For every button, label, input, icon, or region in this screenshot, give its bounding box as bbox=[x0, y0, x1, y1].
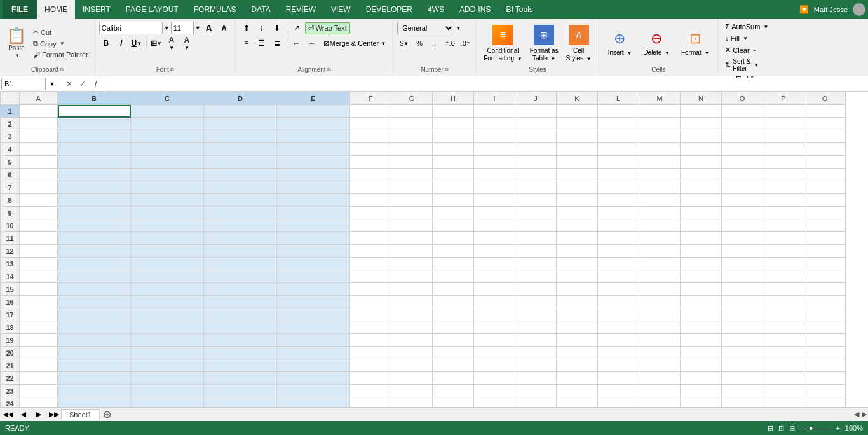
cell-L15[interactable] bbox=[598, 283, 639, 296]
cell-E10[interactable] bbox=[277, 219, 350, 232]
cell-H22[interactable] bbox=[433, 372, 474, 385]
percent-button[interactable]: % bbox=[412, 37, 426, 50]
cell-F20[interactable] bbox=[350, 347, 391, 359]
cell-J22[interactable] bbox=[515, 372, 557, 385]
paste-button[interactable]: 📋 Paste ▼ bbox=[4, 23, 29, 64]
cell-J21[interactable] bbox=[515, 359, 557, 372]
row-header-22[interactable]: 22 bbox=[1, 372, 20, 385]
cell-L2[interactable] bbox=[598, 118, 639, 130]
cell-H10[interactable] bbox=[433, 219, 474, 232]
number-format-select[interactable]: General bbox=[397, 22, 454, 34]
bold-button[interactable]: B bbox=[99, 37, 113, 50]
cell-D2[interactable] bbox=[204, 118, 277, 130]
cell-O6[interactable] bbox=[722, 169, 763, 181]
tab-data[interactable]: DATA bbox=[243, 0, 278, 19]
cell-D16[interactable] bbox=[204, 296, 277, 308]
cell-C23[interactable] bbox=[131, 385, 204, 397]
tab-insert[interactable]: INSERT bbox=[75, 0, 118, 19]
view-page-break-btn[interactable]: ⊞ bbox=[789, 424, 795, 432]
cell-C13[interactable] bbox=[131, 258, 204, 270]
cell-K6[interactable] bbox=[557, 169, 598, 181]
cell-G4[interactable] bbox=[391, 143, 433, 156]
cell-I11[interactable] bbox=[474, 232, 515, 245]
cell-I16[interactable] bbox=[474, 296, 515, 308]
cell-Q3[interactable] bbox=[804, 130, 846, 143]
cut-button[interactable]: ✂ Cut bbox=[31, 27, 91, 38]
tab-add-ins[interactable]: ADD-INS bbox=[452, 0, 498, 19]
cell-P19[interactable] bbox=[763, 334, 804, 347]
cell-D3[interactable] bbox=[204, 130, 277, 143]
cell-H24[interactable] bbox=[433, 397, 474, 408]
cell-D21[interactable] bbox=[204, 359, 277, 372]
cell-B7[interactable] bbox=[58, 181, 131, 194]
cell-C1[interactable] bbox=[131, 105, 204, 118]
cell-J12[interactable] bbox=[515, 245, 557, 258]
cell-M9[interactable] bbox=[639, 207, 681, 219]
cell-I13[interactable] bbox=[474, 258, 515, 270]
cell-Q23[interactable] bbox=[804, 385, 846, 397]
new-sheet-button[interactable]: ⊕ bbox=[101, 408, 114, 421]
cell-O3[interactable] bbox=[722, 130, 763, 143]
cell-J24[interactable] bbox=[515, 397, 557, 408]
cell-C24[interactable] bbox=[131, 397, 204, 408]
cell-A9[interactable] bbox=[20, 207, 58, 219]
row-header-12[interactable]: 12 bbox=[1, 245, 20, 258]
name-box-dropdown[interactable]: ▼ bbox=[47, 81, 57, 87]
cell-H8[interactable] bbox=[433, 194, 474, 207]
cell-C4[interactable] bbox=[131, 143, 204, 156]
cell-D13[interactable] bbox=[204, 258, 277, 270]
cell-D20[interactable] bbox=[204, 347, 277, 359]
cell-Q20[interactable] bbox=[804, 347, 846, 359]
cell-L24[interactable] bbox=[598, 397, 639, 408]
cell-C17[interactable] bbox=[131, 308, 204, 321]
cell-O9[interactable] bbox=[722, 207, 763, 219]
cell-Q18[interactable] bbox=[804, 321, 846, 334]
cell-A20[interactable] bbox=[20, 347, 58, 359]
cell-B23[interactable] bbox=[58, 385, 131, 397]
cell-Q2[interactable] bbox=[804, 118, 846, 130]
cell-Q9[interactable] bbox=[804, 207, 846, 219]
cell-M17[interactable] bbox=[639, 308, 681, 321]
cell-D10[interactable] bbox=[204, 219, 277, 232]
delete-button[interactable]: ⊖ Delete ▼ bbox=[638, 29, 675, 57]
insert-function-button[interactable]: ƒ bbox=[90, 78, 102, 90]
cell-A16[interactable] bbox=[20, 296, 58, 308]
cell-E18[interactable] bbox=[277, 321, 350, 334]
cell-K1[interactable] bbox=[557, 105, 598, 118]
cell-C7[interactable] bbox=[131, 181, 204, 194]
tab-page-layout[interactable]: PAGE LAYOUT bbox=[118, 0, 186, 19]
cell-O14[interactable] bbox=[722, 270, 763, 283]
align-left-button[interactable]: ≡ bbox=[240, 37, 254, 50]
cell-K23[interactable] bbox=[557, 385, 598, 397]
cell-D6[interactable] bbox=[204, 169, 277, 181]
cell-J3[interactable] bbox=[515, 130, 557, 143]
align-right-button[interactable]: ≣ bbox=[270, 37, 284, 50]
cell-Q11[interactable] bbox=[804, 232, 846, 245]
cell-Q12[interactable] bbox=[804, 245, 846, 258]
cell-N11[interactable] bbox=[681, 232, 722, 245]
cell-F15[interactable] bbox=[350, 283, 391, 296]
cell-E20[interactable] bbox=[277, 347, 350, 359]
confirm-formula-button[interactable]: ✓ bbox=[76, 78, 89, 90]
zoom-slider[interactable]: — ●——— + bbox=[800, 424, 840, 432]
cell-B22[interactable] bbox=[58, 372, 131, 385]
cell-D4[interactable] bbox=[204, 143, 277, 156]
cell-M21[interactable] bbox=[639, 359, 681, 372]
cell-M16[interactable] bbox=[639, 296, 681, 308]
cell-K14[interactable] bbox=[557, 270, 598, 283]
cell-F8[interactable] bbox=[350, 194, 391, 207]
cell-P17[interactable] bbox=[763, 308, 804, 321]
cell-N10[interactable] bbox=[681, 219, 722, 232]
cell-N22[interactable] bbox=[681, 372, 722, 385]
cell-K22[interactable] bbox=[557, 372, 598, 385]
cell-O15[interactable] bbox=[722, 283, 763, 296]
sheet-nav-prev[interactable]: ◀ bbox=[17, 408, 31, 421]
cell-N9[interactable] bbox=[681, 207, 722, 219]
cell-G13[interactable] bbox=[391, 258, 433, 270]
cell-N20[interactable] bbox=[681, 347, 722, 359]
cell-F1[interactable] bbox=[350, 105, 391, 118]
cell-Q1[interactable] bbox=[804, 105, 846, 118]
cell-P14[interactable] bbox=[763, 270, 804, 283]
cell-Q13[interactable] bbox=[804, 258, 846, 270]
row-header-24[interactable]: 24 bbox=[1, 397, 20, 408]
